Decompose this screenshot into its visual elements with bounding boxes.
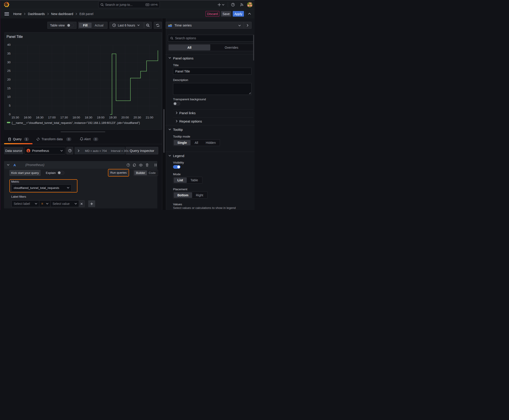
svg-text:15:30: 15:30 (11, 116, 19, 119)
svg-text:0: 0 (9, 113, 11, 116)
svg-text:20: 20 (7, 78, 11, 81)
svg-text:19:00: 19:00 (97, 116, 105, 119)
svg-text:20:30: 20:30 (134, 116, 141, 119)
svg-text:18:00: 18:00 (73, 116, 80, 119)
svg-text:19:30: 19:30 (109, 116, 117, 119)
svg-text:15: 15 (7, 87, 11, 90)
svg-text:25: 25 (7, 69, 11, 73)
svg-text:5: 5 (9, 104, 11, 107)
svg-text:16:30: 16:30 (36, 116, 44, 119)
svg-text:17:00: 17:00 (48, 116, 56, 119)
svg-text:35: 35 (7, 52, 11, 55)
svg-text:20:00: 20:00 (121, 116, 129, 119)
svg-text:21:00: 21:00 (146, 116, 153, 119)
svg-text:18:30: 18:30 (85, 116, 92, 119)
svg-text:30: 30 (7, 60, 11, 64)
svg-text:{__name__="cloudflared_tunnel_: {__name__="cloudflared_tunnel_total_requ… (12, 121, 140, 125)
svg-text:16:00: 16:00 (24, 116, 31, 119)
svg-text:17:30: 17:30 (60, 116, 68, 119)
svg-text:40: 40 (7, 43, 11, 46)
svg-text:10: 10 (7, 95, 11, 98)
